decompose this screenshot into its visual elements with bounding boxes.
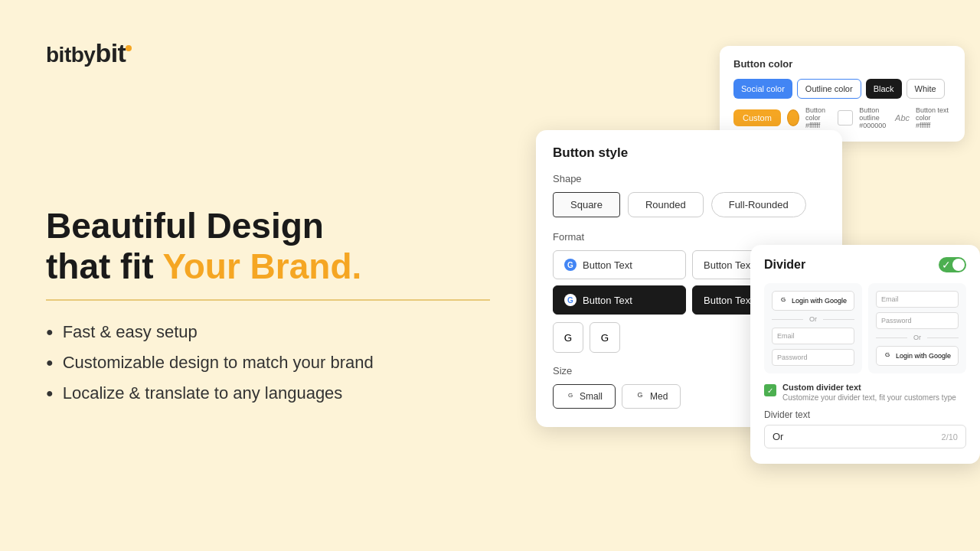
logo-dot [126,45,132,51]
preview-password-1: Password [772,349,854,366]
headline-line2-normal: that fit [46,246,162,286]
shape-rounded-button[interactable]: Rounded [628,192,704,217]
bullet-text-2: Customizable design to match your brand [63,353,374,373]
format-btn-text-2: Button Text [704,259,753,271]
format-btn-icon-left-light[interactable]: G Button Text [553,250,686,279]
divider-card: Divider ✓ G Login with Google Or Email P… [750,245,980,464]
button-text-color-label: Button text color #ffffff [916,106,951,129]
outline-color-button[interactable]: Outline color [797,79,861,99]
bullet-text-1: Fast & easy setup [63,322,198,342]
divider-text-input[interactable]: Or 2/10 [764,425,966,448]
logo: bitbybit [46,38,521,68]
preview-or-2: Or [876,334,959,341]
btn-color-hex: #ffffff [805,122,831,129]
shape-label: Shape [553,173,825,184]
preview-panel-2: Email Password Or G Login with Google [868,283,966,373]
button-color-label: Button color #ffffff [805,106,831,129]
google-icon: G [564,259,577,271]
headline-brand: Your Brand. [162,246,361,286]
outline-hex: #000000 [859,122,889,129]
format-btn-icon-left-dark[interactable]: G Button Text [553,285,686,315]
preview-or-1: Or [772,315,854,323]
preview-google-text-1: Login with Google [792,297,847,305]
black-color-button[interactable]: Black [866,79,902,99]
preview-email-1: Email [772,328,854,344]
icon-only-btn-2[interactable]: G [590,322,620,353]
left-section: bitbybit Beautiful Design that fit Your … [46,38,521,414]
outline-color-swatch [838,110,853,126]
custom-divider-row: ✓ Custom divider text Customize your div… [764,383,966,402]
preview-google-btn-2[interactable]: G Login with Google [876,346,959,366]
google-icon-3: G [564,294,577,306]
color-swatches-row: Custom Button color #ffffff Button outli… [733,106,951,129]
custom-divider-text-group: Custom divider text Customize your divid… [782,383,956,402]
icon-only-btn-1[interactable]: G [553,322,583,353]
checkbox-check: ✓ [767,386,773,395]
text-color-swatch: Abc [895,113,910,122]
shape-buttons-row: Square Rounded Full-Rounded [553,192,825,217]
white-color-button[interactable]: White [906,79,945,99]
divider-text-count: 2/10 [942,432,958,442]
preview-google-btn-1[interactable]: G Login with Google [772,291,854,311]
preview-g-icon-2: G [883,351,892,360]
preview-panel-1: G Login with Google Or Email Password [764,283,862,373]
logo-bold-suffix: bit [95,38,126,67]
custom-divider-label: Custom divider text [782,383,956,392]
format-label: Format [553,231,825,243]
g-icon-small: G [566,392,575,401]
google-icon-6: G [601,332,609,344]
color-options-row: Social color Outline color Black White [733,79,951,99]
format-btn-text-1: Button Text [583,259,632,271]
headline-line1: Beautiful Design [46,206,324,246]
btn-color-label: Button color [805,106,831,122]
shape-square-button[interactable]: Square [553,192,620,217]
divider-text-value: Or [773,431,783,442]
list-item: Fast & easy setup [46,322,521,342]
format-btn-text-4: Button Text [704,295,753,306]
preview-g-icon-1: G [779,296,788,305]
custom-color-button[interactable]: Custom [733,109,781,126]
button-color-card: Button color Social color Outline color … [720,46,965,142]
text-color-label: Button text color [916,106,951,122]
bullet-text-3: Localize & translate to any languages [63,383,343,403]
preview-password-2: Password [876,312,959,329]
divider-header: Divider ✓ [764,257,966,272]
social-color-button[interactable]: Social color [733,79,792,99]
logo-by: by [71,43,96,67]
toggle-checkmark: ✓ [942,259,951,271]
format-btn-text-3: Button Text [583,295,632,306]
size-small-button[interactable]: G Small [553,384,616,409]
list-item: Customizable design to match your brand [46,353,521,373]
headline: Beautiful Design that fit Your Brand. [46,206,521,287]
headline-divider [46,299,490,301]
preview-panels: G Login with Google Or Email Password Em… [764,283,966,373]
outline-label: Button outline [859,106,889,122]
google-icon-5: G [564,332,572,344]
button-color-title: Button color [733,58,951,70]
divider-title: Divider [764,258,805,272]
feature-list: Fast & easy setup Customizable design to… [46,322,521,403]
size-medium-button[interactable]: G Med [622,384,681,409]
button-style-title: Button style [553,145,825,161]
g-icon-medium: G [635,391,645,402]
color-swatch-circle [787,109,799,126]
preview-email-2: Email [876,291,959,308]
preview-google-text-2: Login with Google [896,352,951,360]
custom-divider-sub: Customize your divider text, fit your cu… [782,393,956,402]
divider-text-label: Divider text [764,409,966,420]
list-item: Localize & translate to any languages [46,383,521,403]
right-section: Button color Social color Outline color … [536,46,980,536]
button-outline-label: Button outline #000000 [859,106,889,129]
logo-bold-prefix: bit [46,43,71,67]
logo-text: bitbybit [46,38,132,68]
shape-full-rounded-button[interactable]: Full-Rounded [711,192,806,217]
custom-divider-checkbox[interactable]: ✓ [764,384,776,396]
text-color-hex: #ffffff [916,122,951,129]
divider-toggle[interactable]: ✓ [939,257,966,272]
